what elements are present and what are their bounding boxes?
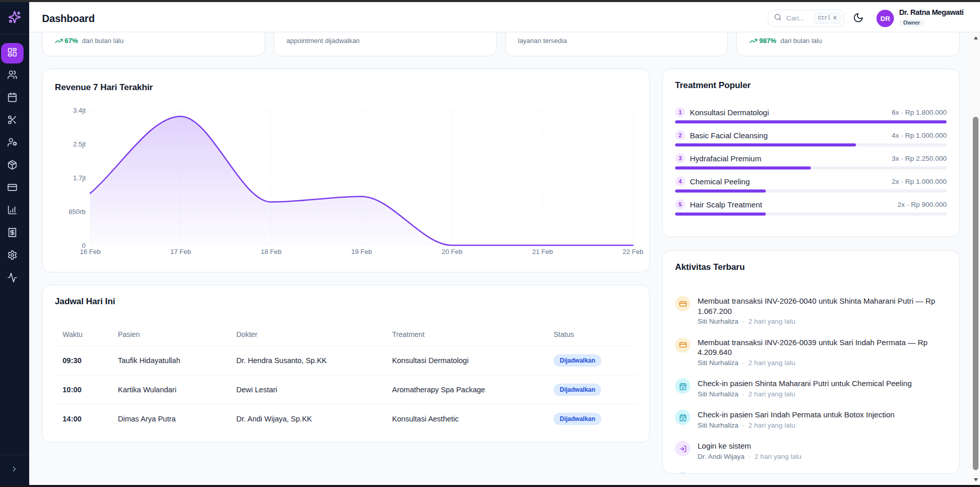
svg-text:3.4jt: 3.4jt	[73, 107, 86, 114]
log-in-icon	[675, 441, 690, 456]
status-badge: Dijadwalkan	[554, 354, 601, 367]
sidebar-item-activity[interactable]	[1, 268, 24, 289]
schedule-col-status: Status	[546, 324, 637, 346]
search-input[interactable]: Cari... Ctrl K	[768, 10, 844, 27]
credit-card-icon	[675, 337, 690, 353]
activity-time: 2 hari yang lalu	[748, 390, 795, 398]
trending-up-icon	[55, 37, 63, 45]
treatment-info: 3x · Rp 2.250.000	[892, 155, 947, 162]
treatment-name: Hydrafacial Premium	[690, 154, 761, 163]
stat-caption: appointment dijadwalkan	[287, 36, 360, 45]
dashboard-grid: Revenue 7 Hari Terakhir 0850rb1.7jt2.5jt…	[42, 69, 959, 474]
treatment-info: 4x · Rp 1.000.000	[892, 132, 947, 139]
sidebar-item-invoices[interactable]	[1, 223, 24, 244]
activity-body: Membuat transaksi INV-2026-0039 untuk Sa…	[698, 337, 947, 368]
schedule-patient: Taufik Hidayatullah	[110, 346, 229, 375]
calendar-check-icon	[675, 378, 690, 394]
popular-treatments-card: Treatment Populer 1Konsultasi Dermatolog…	[662, 69, 959, 237]
bar-chart-icon	[7, 205, 17, 217]
user-cog-icon	[7, 137, 17, 150]
svg-text:20 Feb: 20 Feb	[442, 248, 462, 256]
stat-card-1: 67%dari bulan lalu	[42, 32, 265, 56]
activity-meta: Siti Nurhaliza · 2 hari yang lalu	[698, 389, 912, 399]
schedule-header-row: WaktuPasienDokterTreatmentStatus	[55, 324, 637, 346]
content: 67%dari bulan laluappointment dijadwalka…	[29, 32, 980, 485]
revenue-chart-card: Revenue 7 Hari Terakhir 0850rb1.7jt2.5jt…	[42, 69, 650, 272]
activity-title: Check-in pasien Sari Indah Permata untuk…	[698, 410, 894, 420]
package-icon	[7, 160, 17, 172]
stat-caption: 67%dari bulan lalu	[55, 36, 124, 45]
sidebar-item-payments[interactable]	[1, 178, 24, 199]
stat-card-3: layanan tersedia	[505, 32, 728, 56]
sparkles-icon	[8, 10, 22, 26]
scrollbar-up-arrow[interactable]	[971, 33, 980, 42]
scrollbar-down-arrow[interactable]	[971, 475, 980, 484]
treatment-bar-track	[675, 189, 947, 193]
schedule-doctor: Dr. Andi Wijaya, Sp.KK	[229, 404, 384, 433]
rank-badge: 2	[675, 130, 685, 140]
treatment-bar-fill	[675, 143, 856, 146]
schedule-time: 09:30	[55, 346, 110, 375]
sidebar-item-settings[interactable]	[1, 246, 24, 266]
scissors-icon	[7, 115, 17, 127]
activity-title: Membuat transaksi INV-2026-0040 untuk Sh…	[698, 296, 947, 316]
sidebar-item-inventory[interactable]	[1, 156, 24, 176]
activity-item	[675, 472, 947, 474]
popular-treatment-item: 4Chemical Peeling2x · Rp 1.000.000	[675, 176, 947, 193]
calendar-check-icon	[675, 410, 690, 425]
settings-icon	[7, 250, 17, 262]
search-icon	[774, 13, 782, 23]
stats-row: 67%dari bulan laluappointment dijadwalka…	[42, 32, 959, 56]
rank-badge: 4	[675, 176, 685, 186]
scrollbar-thumb[interactable]	[973, 117, 978, 470]
scrollbar	[971, 32, 980, 485]
stat-trend-value: 67%	[65, 36, 78, 45]
revenue-chart-title: Revenue 7 Hari Terakhir	[55, 82, 637, 93]
activity-time: 2 hari yang lalu	[754, 453, 802, 460]
status-badge: Dijadwalkan	[554, 384, 601, 396]
schedule-patient: Dimas Arya Putra	[110, 404, 229, 433]
svg-text:19 Feb: 19 Feb	[351, 248, 372, 256]
activity-title: Membuat transaksi INV-2026-0039 untuk Sa…	[698, 337, 947, 357]
activity-author: Dr. Andi Wijaya	[698, 453, 745, 460]
sidebar-item-patients[interactable]	[1, 66, 24, 86]
popular-treatment-row: 4Chemical Peeling2x · Rp 1.000.000	[675, 176, 947, 186]
activity-meta: Siti Nurhaliza · 2 hari yang lalu	[698, 420, 894, 430]
sidebar-item-treatments[interactable]	[1, 111, 24, 131]
sidebar-item-reports[interactable]	[1, 201, 24, 221]
popular-treatment-row: 2Basic Facial Cleansing4x · Rp 1.000.000	[675, 130, 947, 140]
dark-mode-toggle[interactable]	[850, 11, 866, 26]
sidebar-item-staff[interactable]	[1, 133, 24, 154]
right-column: Treatment Populer 1Konsultasi Dermatolog…	[662, 69, 959, 474]
left-column: Revenue 7 Hari Terakhir 0850rb1.7jt2.5jt…	[42, 69, 650, 442]
sidebar-item-dashboard[interactable]	[1, 43, 24, 63]
credit-card-icon	[675, 296, 690, 311]
popular-treatment-item: 3Hydrafacial Premium3x · Rp 2.250.000	[675, 153, 947, 170]
treatment-bar-track	[675, 213, 947, 216]
svg-text:17 Feb: 17 Feb	[170, 248, 191, 256]
sidebar-collapse-button[interactable]	[0, 455, 29, 485]
sidebar-item-appointments[interactable]	[1, 88, 24, 109]
svg-text:18 Feb: 18 Feb	[261, 248, 281, 256]
avatar[interactable]: DR	[876, 10, 894, 27]
app-logo	[0, 2, 29, 34]
activity-time: 2 hari yang lalu	[748, 359, 795, 367]
window-top-edge	[0, 0, 980, 2]
activity-icon	[675, 472, 690, 474]
schedule-card: Jadwal Hari Ini WaktuPasienDokterTreatme…	[42, 285, 650, 442]
rank-badge: 3	[675, 153, 685, 163]
rank-badge: 1	[675, 107, 685, 117]
stat-card-4: 987%dari bulan lalu	[737, 32, 959, 56]
popular-treatments-list: 1Konsultasi Dermatologi6x · Rp 1.800.000…	[675, 107, 947, 216]
schedule-table: WaktuPasienDokterTreatmentStatus 09:30Ta…	[55, 324, 637, 433]
user-role-badge: Owner	[899, 19, 924, 27]
users-icon	[7, 70, 17, 82]
user-meta: Dr. Ratna Megawati Owner	[899, 8, 964, 27]
popular-treatment-item: 1Konsultasi Dermatologi6x · Rp 1.800.000	[675, 107, 947, 123]
stat-caption-text: layanan tersedia	[518, 36, 567, 45]
header-actions: Cari... Ctrl K DR Dr. Ratna Megawati Own…	[768, 8, 964, 27]
rank-badge: 5	[675, 199, 685, 209]
stat-card-2: appointment dijadwalkan	[274, 32, 497, 56]
treatment-info: 6x · Rp 1.800.000	[892, 109, 947, 116]
revenue-area-chart: 0850rb1.7jt2.5jt3.4jt16 Feb17 Feb18 Feb1…	[55, 101, 637, 259]
